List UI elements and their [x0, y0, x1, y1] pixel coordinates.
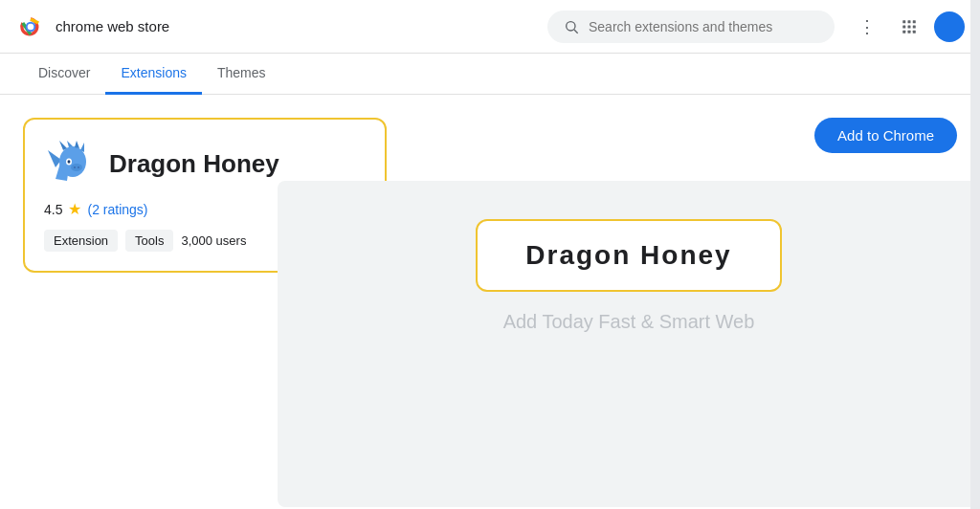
- search-bar[interactable]: [547, 11, 835, 43]
- search-icon: [564, 19, 579, 34]
- svg-point-22: [68, 160, 71, 164]
- svg-marker-19: [75, 141, 79, 148]
- svg-point-2: [28, 23, 34, 30]
- tab-extensions[interactable]: Extensions: [105, 54, 201, 95]
- tag-tools: Tools: [125, 230, 173, 252]
- svg-marker-15: [48, 150, 61, 167]
- rating-number: 4.5: [44, 202, 62, 217]
- apps-grid-icon: [901, 18, 918, 35]
- tab-discover[interactable]: Discover: [23, 54, 105, 95]
- svg-point-25: [78, 166, 79, 168]
- scrollbar[interactable]: [970, 0, 980, 509]
- main-content: Dragon Honey 4.5 ★ (2 ratings) Extension…: [0, 95, 980, 507]
- preview-subtitle-bold: Add Today: [503, 311, 593, 332]
- store-logo[interactable]: chrome web store: [15, 11, 169, 42]
- preview-section: Dragon Honey Add Today Fast & Smart Web: [278, 181, 980, 507]
- svg-point-24: [74, 166, 76, 168]
- svg-rect-7: [913, 20, 916, 23]
- svg-rect-5: [902, 20, 905, 23]
- profile-button[interactable]: [934, 11, 965, 42]
- svg-rect-12: [908, 30, 911, 33]
- users-count: 3,000 users: [181, 233, 246, 248]
- preview-subtitle: Add Today Fast & Smart Web: [503, 311, 755, 333]
- more-options-button[interactable]: ⋮: [850, 10, 884, 44]
- tab-themes[interactable]: Themes: [202, 54, 281, 95]
- header-icons: ⋮: [850, 10, 965, 44]
- svg-line-4: [574, 30, 578, 33]
- header: chrome web store ⋮: [0, 0, 980, 54]
- preview-subtitle-light: Fast & Smart Web: [593, 311, 755, 332]
- svg-rect-6: [908, 20, 911, 23]
- svg-rect-10: [913, 25, 916, 28]
- svg-marker-17: [59, 141, 67, 150]
- svg-rect-11: [902, 30, 905, 33]
- extension-name: Dragon Honey: [109, 149, 279, 179]
- store-title: chrome web store: [56, 18, 169, 34]
- preview-card: Dragon Honey: [476, 219, 782, 292]
- search-input[interactable]: [589, 19, 818, 34]
- svg-rect-9: [908, 25, 911, 28]
- svg-rect-13: [913, 30, 916, 33]
- ratings-link[interactable]: (2 ratings): [87, 202, 147, 217]
- apps-grid-button[interactable]: [892, 10, 926, 44]
- svg-point-23: [71, 164, 82, 171]
- svg-marker-18: [67, 141, 73, 147]
- chrome-logo-icon: [15, 11, 46, 42]
- nav-tabs: Discover Extensions Themes: [0, 54, 980, 95]
- svg-point-3: [567, 21, 575, 30]
- add-to-chrome-button[interactable]: Add to Chrome: [814, 118, 957, 153]
- tag-extension: Extension: [44, 230, 118, 252]
- star-icon: ★: [68, 200, 81, 218]
- preview-title: Dragon Honey: [516, 240, 742, 271]
- dragon-icon: [44, 139, 94, 188]
- svg-rect-8: [902, 25, 905, 28]
